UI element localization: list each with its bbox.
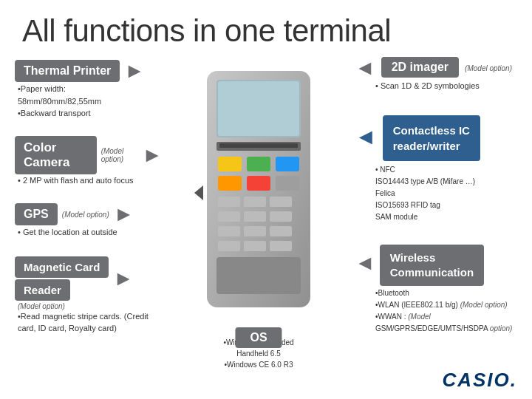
svg-rect-14 (218, 211, 240, 222)
casio-logo: CASIO. (442, 369, 517, 392)
magcard-label-2: Reader (15, 279, 70, 301)
wlan-model-option: (Model option) (460, 301, 508, 309)
thermal-printer-section: Thermal Printer ► •Paper width: 58mm/80m… (15, 59, 163, 120)
svg-rect-13 (270, 197, 292, 207)
imager-section: ◄ 2D imager (Model option) • Scan 1D & 2… (355, 56, 517, 92)
gps-section: GPS (Model option) ► • Get the location … (15, 202, 163, 239)
svg-rect-21 (244, 241, 266, 251)
svg-rect-22 (270, 241, 292, 251)
imager-model-option: (Model option) (465, 64, 512, 72)
svg-rect-20 (218, 241, 240, 251)
magcard-label-1: Magnetic Card (15, 256, 109, 278)
gps-desc: • Get the location at outside (18, 226, 163, 239)
svg-rect-15 (244, 211, 266, 222)
center-column: OS •Windows Embedded Handheld 6.5 •Windo… (163, 56, 355, 396)
wwan-model-option: (Model (408, 313, 431, 321)
svg-rect-5 (218, 157, 242, 171)
wireless-desc: •Bluetooth •WLAN (IEEE802.11 b/g) (Model… (375, 287, 517, 335)
device-image (188, 71, 329, 307)
svg-rect-10 (276, 176, 299, 191)
imager-arrow-left: ◄ (355, 56, 375, 80)
thermal-printer-label: Thermal Printer (15, 60, 120, 82)
contactless-section: ◄ Contactless IC reader/writer • NFC ISO… (355, 109, 517, 223)
svg-rect-9 (247, 176, 270, 191)
os-label: OS (235, 327, 282, 348)
left-column: Thermal Printer ► •Paper width: 58mm/80m… (15, 56, 163, 396)
right-column: ◄ 2D imager (Model option) • Scan 1D & 2… (355, 56, 517, 396)
wwan-model-option-end: option) (490, 324, 513, 332)
os-section: OS •Windows Embedded Handheld 6.5 •Windo… (211, 335, 307, 370)
page-title: All functions in one terminal (0, 0, 532, 56)
svg-rect-23 (216, 257, 301, 294)
wireless-arrow: ◄ (355, 251, 375, 275)
nfc-desc: • NFC ISO14443 type A/B (Mifare …) Felic… (375, 164, 517, 223)
wireless-section: ◄ Wireless Communication •Bluetooth •WLA… (355, 240, 517, 335)
svg-rect-17 (218, 226, 240, 236)
svg-rect-12 (244, 197, 266, 207)
wireless-label: Wireless Communication (380, 245, 484, 287)
imager-label: 2D imager (381, 57, 459, 78)
svg-marker-24 (194, 185, 203, 200)
imager-desc: • Scan 1D & 2D symbologies (375, 80, 517, 92)
svg-rect-2 (218, 81, 299, 136)
svg-rect-19 (270, 226, 292, 236)
camera-model-option: (Model option) (101, 147, 138, 163)
magcard-arrow: ► (113, 267, 134, 290)
gps-label: GPS (15, 203, 58, 225)
thermal-desc: •Paper width: 58mm/80mm/82,55mm •Backwar… (18, 83, 163, 120)
magcard-desc: •Read magnetic stripe cards. (Credit car… (18, 310, 163, 335)
contactless-label: Contactless IC reader/writer (383, 115, 480, 161)
camera-label: Color Camera (15, 136, 97, 174)
svg-rect-6 (247, 157, 270, 171)
color-camera-section: Color Camera (Model option) ► • 2 MP wit… (15, 136, 163, 187)
gps-arrow: ► (114, 202, 134, 226)
svg-rect-16 (270, 211, 292, 222)
gps-model-option: (Model option) (62, 211, 109, 219)
thermal-arrow: ► (124, 59, 145, 83)
magcard-section: Magnetic Card Reader ► (Model option) •R… (15, 256, 163, 335)
camera-desc: • 2 MP with flash and auto focus (18, 174, 163, 187)
svg-rect-8 (218, 176, 242, 191)
camera-arrow: ► (142, 143, 163, 167)
svg-rect-18 (244, 226, 266, 236)
device-svg (188, 71, 329, 322)
svg-rect-4 (219, 143, 298, 148)
magcard-model-option: (Model option) (18, 302, 163, 310)
svg-rect-7 (276, 157, 299, 171)
svg-rect-11 (218, 197, 240, 207)
contactless-arrow: ◄ (355, 124, 377, 149)
